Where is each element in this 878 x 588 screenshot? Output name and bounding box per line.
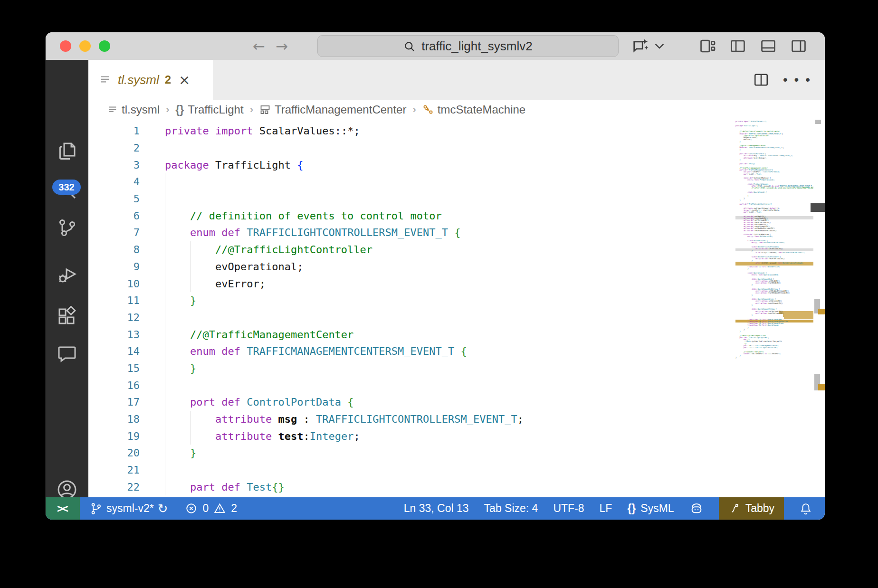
status-bar: >< sysml-v2* ↻ 0 2 Ln 33, Col 13 Tab Siz… <box>46 497 825 520</box>
breadcrumb-separator: › <box>250 104 253 116</box>
code-line: 2 <box>88 140 825 157</box>
navigate-forward-button[interactable]: → <box>276 39 288 54</box>
branch-label: sysml-v2* <box>106 502 154 515</box>
run-debug-icon[interactable] <box>56 263 78 286</box>
toggle-secondary-sidebar-icon[interactable] <box>790 37 808 55</box>
code-line: 19 attribute test:Integer; <box>88 427 825 445</box>
breadcrumb-separator: › <box>412 104 416 116</box>
code-line: 15 } <box>88 360 825 377</box>
code-line: 18 attribute msg : TRAFFICLIGHTCONTROLLE… <box>88 411 825 428</box>
code-line: 14 enum def TRAFFICMANAGEMENTCENTERSM_EV… <box>88 343 825 360</box>
split-editor-icon[interactable] <box>753 71 770 88</box>
breadcrumb-item-statemachine[interactable]: tmcStateMachine <box>422 103 525 116</box>
code-line: 1private import ScalarValues::*; <box>88 123 825 140</box>
close-tab-icon[interactable]: × <box>179 72 190 88</box>
breadcrumb-item-package[interactable]: {} TrafficLight <box>175 103 243 116</box>
warnings-icon <box>213 502 226 515</box>
class-icon <box>259 104 271 115</box>
eol-item[interactable]: LF <box>600 502 612 515</box>
code-line: 16 <box>88 377 825 394</box>
language-mode-item[interactable]: {} SysML <box>627 502 674 515</box>
branch-status-item[interactable]: sysml-v2* ↻ <box>89 502 168 516</box>
copilot-status-icon[interactable] <box>689 502 704 516</box>
activity-bar: 332 1 <box>46 60 88 497</box>
problems-status-item[interactable]: 0 2 <box>185 502 237 515</box>
state-machine-icon <box>422 104 434 115</box>
tab-bar: tl.sysml 2 × • • • <box>88 60 825 100</box>
copilot-chat-button[interactable] <box>631 37 664 56</box>
minimize-window-button[interactable] <box>79 40 91 52</box>
code-line: 10 evError; <box>88 275 825 292</box>
braces-icon: {} <box>175 104 184 116</box>
code-line: 5 <box>88 190 825 208</box>
code-line: 22 part def Test{} <box>88 478 825 495</box>
tabby-status-item[interactable]: Tabby <box>719 497 784 520</box>
code-line: 6 // definition of events to control mot… <box>88 207 825 224</box>
title-bar: ← → traffic_light_sysmlv2 <box>46 32 825 60</box>
bell-icon[interactable] <box>799 502 812 515</box>
command-center-search[interactable]: traffic_light_sysmlv2 <box>317 35 619 57</box>
ruler-mark <box>815 120 821 124</box>
source-control-badge: 332 <box>52 180 81 195</box>
search-icon <box>403 40 416 53</box>
ruler-mark <box>818 309 825 314</box>
errors-count: 0 <box>202 502 209 515</box>
code-lines: 1private import ScalarValues::*;23packag… <box>88 123 825 495</box>
code-line: 8 //@TrafficLightController <box>88 241 825 258</box>
code-line: 11 } <box>88 292 825 309</box>
overview-ruler[interactable] <box>813 120 825 497</box>
minimap-code: private import ScalarValues::*; package … <box>735 120 813 359</box>
code-line: 3package TrafficLight { <box>88 156 825 173</box>
editor-area: tl.sysml 2 × • • • tl.sysml › {} Traffic… <box>88 60 825 497</box>
code-line: 4 <box>88 173 825 190</box>
code-line: 21 <box>88 462 825 479</box>
source-control-icon[interactable] <box>56 217 78 239</box>
tab-size-item[interactable]: Tab Size: 4 <box>484 502 538 515</box>
more-actions-icon[interactable]: • • • <box>783 72 811 87</box>
remote-indicator[interactable]: >< <box>46 497 80 520</box>
maximize-window-button[interactable] <box>99 40 110 52</box>
vscode-window: ← → traffic_light_sysmlv2 332 <box>46 32 825 520</box>
copilot-chat-icon <box>631 37 650 56</box>
chevron-down-icon <box>655 43 664 49</box>
close-window-button[interactable] <box>60 40 71 52</box>
code-line: 7 enum def TRAFFICLIGHTCONTROLLERSM_EVEN… <box>88 224 825 241</box>
customize-layout-icon[interactable] <box>698 37 716 55</box>
errors-icon <box>185 502 198 515</box>
git-branch-icon <box>89 502 103 515</box>
breadcrumb-separator: › <box>166 104 169 116</box>
code-line: 13 //@TrafficManagementCenter <box>88 326 825 343</box>
tabby-icon <box>728 503 741 515</box>
navigate-back-button[interactable]: ← <box>253 39 265 54</box>
tab-title: tl.sysml <box>118 73 159 87</box>
braces-icon: {} <box>627 502 636 515</box>
toggle-primary-sidebar-icon[interactable] <box>729 37 747 55</box>
extensions-icon[interactable] <box>56 305 78 328</box>
cursor-position-item[interactable]: Ln 33, Col 13 <box>404 502 469 515</box>
breadcrumb-item-file[interactable]: tl.sysml <box>107 103 160 116</box>
minimap[interactable]: private import ScalarValues::*; package … <box>735 120 813 367</box>
code-line: 20 } <box>88 445 825 462</box>
tab-problems-badge: 2 <box>165 73 171 86</box>
breadcrumb: tl.sysml › {} TrafficLight › TrafficMana… <box>88 100 825 120</box>
code-line: 9 evOperational; <box>88 258 825 275</box>
toggle-panel-icon[interactable] <box>759 37 777 55</box>
chat-icon[interactable] <box>56 342 78 365</box>
encoding-item[interactable]: UTF-8 <box>553 502 584 515</box>
breadcrumb-item-class[interactable]: TrafficManagementCenter <box>259 103 406 116</box>
code-line: 12 <box>88 309 825 326</box>
tab-tl-sysml[interactable]: tl.sysml 2 × <box>88 60 213 100</box>
sync-icon: ↻ <box>158 502 168 516</box>
file-lines-icon <box>107 104 118 115</box>
ruler-mark <box>818 384 825 390</box>
file-lines-icon <box>99 74 111 86</box>
code-line: 17 port def ControlPortData { <box>88 394 825 411</box>
warnings-count: 2 <box>231 502 237 515</box>
code-editor[interactable]: 1private import ScalarValues::*;23packag… <box>88 120 825 497</box>
explorer-icon[interactable] <box>56 140 78 162</box>
search-value: traffic_light_sysmlv2 <box>421 39 533 54</box>
